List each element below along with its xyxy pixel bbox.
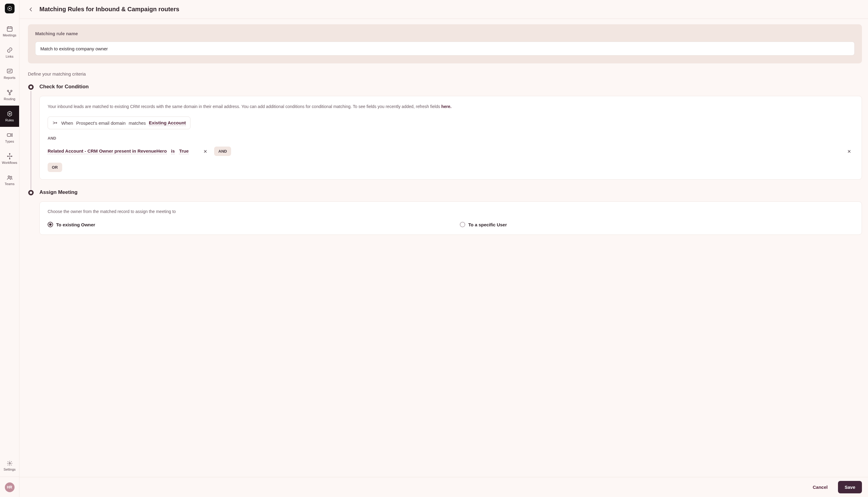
hex-icon <box>6 111 13 117</box>
rule-name-card: Matching rule name <box>28 24 862 63</box>
radio-selected-icon <box>48 222 53 227</box>
user-avatar[interactable]: HR <box>5 482 15 492</box>
nav-teams[interactable]: Teams <box>0 169 19 190</box>
step-dot-icon <box>28 84 34 90</box>
step-assign-title: Assign Meeting <box>40 189 862 195</box>
flow-icon <box>6 153 13 160</box>
nav-label: Reports <box>4 76 15 80</box>
gear-icon <box>7 460 13 466</box>
calendar-icon <box>6 26 13 32</box>
condition-row: Related Account - CRM Owner present in R… <box>48 146 854 156</box>
cancel-button[interactable]: Cancel <box>809 482 831 493</box>
nav-label: Links <box>6 55 14 58</box>
nav-label: Meetings <box>3 33 16 37</box>
nav-rules[interactable]: Rules <box>0 105 19 127</box>
svg-point-14 <box>9 463 10 464</box>
radio-unselected-icon <box>460 222 465 227</box>
back-button[interactable] <box>27 5 35 14</box>
condition-value-select[interactable]: True <box>179 148 189 154</box>
nav-routing[interactable]: Routing <box>0 84 19 105</box>
cond-subject: Prospect's email domain <box>76 120 126 126</box>
cond-when: When <box>61 120 73 126</box>
nav-label: Workflows <box>2 161 17 165</box>
assign-to-specific-user[interactable]: To a specific User <box>460 222 854 227</box>
sidebar: Meetings Links Reports Routing Rules Typ… <box>0 0 19 497</box>
merge-icon <box>52 120 58 126</box>
link-icon <box>6 47 13 53</box>
video-icon <box>6 132 13 138</box>
nav-meetings[interactable]: Meetings <box>0 20 19 42</box>
rule-name-label: Matching rule name <box>35 31 855 36</box>
condition-field-select[interactable]: Related Account - CRM Owner present in R… <box>48 148 167 154</box>
step-rail <box>28 189 34 235</box>
nav-workflows[interactable]: Workflows <box>0 148 19 169</box>
nav-label: Teams <box>4 182 14 186</box>
svg-rect-1 <box>7 27 12 31</box>
step-dot-icon <box>28 190 34 195</box>
add-and-button[interactable]: AND <box>214 146 231 156</box>
svg-point-5 <box>9 94 10 95</box>
cond-op: matches <box>129 120 146 126</box>
logo-icon <box>7 6 12 11</box>
content-area: Matching rule name Define your matching … <box>19 19 868 477</box>
nav-reports[interactable]: Reports <box>0 63 19 84</box>
assign-to-existing-owner[interactable]: To existing Owner <box>48 222 442 227</box>
nav-label: Routing <box>4 97 15 101</box>
svg-point-6 <box>9 113 10 115</box>
arrow-left-icon <box>28 6 34 12</box>
page-header: Matching Rules for Inbound & Campaign ro… <box>19 0 868 19</box>
svg-point-13 <box>10 176 12 178</box>
nav-label: Rules <box>5 118 14 122</box>
svg-rect-7 <box>7 133 11 136</box>
cond-target-select[interactable]: Existing Account <box>149 120 186 126</box>
add-or-button[interactable]: OR <box>48 162 62 172</box>
rule-name-input[interactable] <box>35 42 855 56</box>
step-check-condition: Check for Condition Your inbound leads a… <box>28 84 862 189</box>
remove-group-button[interactable] <box>845 147 854 156</box>
assign-description: Choose the owner from the matched record… <box>48 209 854 214</box>
criteria-heading: Define your matching criteria <box>28 71 862 76</box>
svg-point-0 <box>9 8 10 10</box>
chart-icon <box>6 68 13 75</box>
nav-types[interactable]: Types <box>0 127 19 148</box>
condition-panel: Your inbound leads are matched to existi… <box>40 96 862 180</box>
assign-options: To existing Owner To a specific User <box>48 222 854 227</box>
sidebar-divider <box>0 477 19 477</box>
step-assign-meeting: Assign Meeting Choose the owner from the… <box>28 189 862 235</box>
step-check-title: Check for Condition <box>40 84 862 90</box>
base-condition: When Prospect's email domain matches Exi… <box>48 116 190 129</box>
settings-label: Settings <box>4 468 16 471</box>
page-title: Matching Rules for Inbound & Campaign ro… <box>40 6 179 13</box>
condition-op-select[interactable]: is <box>171 148 175 154</box>
step-connector <box>31 91 31 189</box>
condition-description: Your inbound leads are matched to existi… <box>48 103 854 110</box>
assign-panel: Choose the owner from the matched record… <box>40 201 862 235</box>
save-button[interactable]: Save <box>838 481 862 493</box>
nav-label: Types <box>5 140 14 143</box>
radio-label: To a specific User <box>468 222 507 227</box>
close-icon <box>203 149 208 154</box>
svg-point-3 <box>7 90 9 91</box>
svg-point-4 <box>11 90 12 91</box>
nav-settings[interactable]: Settings <box>4 460 16 471</box>
route-icon <box>6 89 13 96</box>
svg-point-12 <box>8 176 10 178</box>
and-label: AND <box>48 136 854 141</box>
app-logo[interactable] <box>5 4 15 13</box>
radio-label: To existing Owner <box>56 222 95 227</box>
refresh-fields-link[interactable]: here. <box>441 104 451 109</box>
users-icon <box>6 174 13 181</box>
footer-bar: Cancel Save <box>19 477 868 497</box>
close-icon <box>847 149 852 154</box>
remove-condition-button[interactable] <box>201 147 210 156</box>
nav-list: Meetings Links Reports Routing Rules Typ… <box>0 20 19 190</box>
condition-description-text: Your inbound leads are matched to existi… <box>48 104 441 109</box>
step-rail <box>28 84 34 189</box>
nav-links[interactable]: Links <box>0 42 19 63</box>
